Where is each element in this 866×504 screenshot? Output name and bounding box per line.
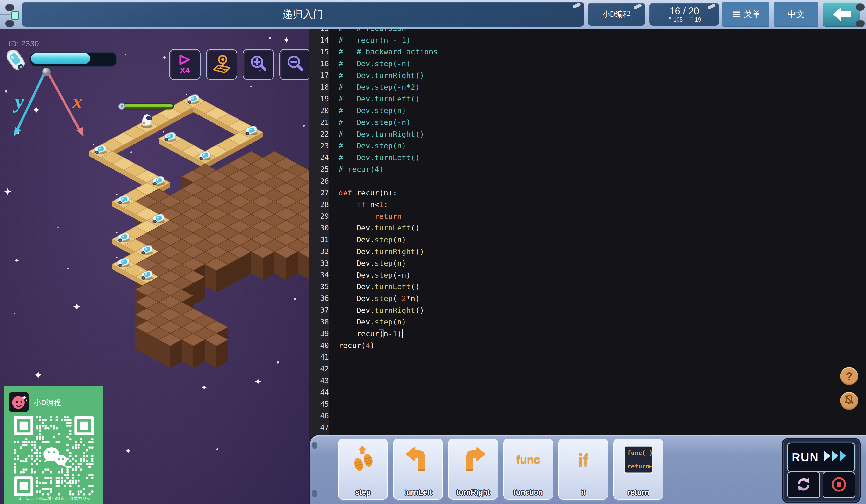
code-line-45: 45 (309, 398, 866, 410)
zoom-in-icon (248, 53, 269, 76)
block-label: return (613, 488, 663, 497)
line-number: 24 (309, 153, 333, 161)
reset-loop-button[interactable] (787, 472, 820, 498)
led-wire (0, 14, 11, 15)
line-number: 39 (309, 329, 333, 338)
line-number: 18 (309, 83, 333, 91)
code-line-36: 36 Dev.step(-2*n) (309, 293, 866, 304)
block-card-return[interactable]: func( )returnreturn (613, 439, 663, 500)
flag-icon (668, 16, 673, 23)
code-line-14: 14# recur(n - 1) (309, 34, 866, 46)
code-line-18: 18# Dev.step(-n*2) (309, 81, 866, 93)
code-line-29: 29 return (309, 211, 866, 222)
map-icon (211, 53, 232, 76)
help-icon: ? (846, 370, 853, 383)
frame-stud (5, 20, 14, 27)
run-button[interactable]: RUN (787, 443, 855, 472)
return-block-icon: func( )return (623, 444, 654, 477)
line-number: 28 (309, 200, 333, 209)
loop-icon (794, 475, 813, 495)
zoom-out-button[interactable] (279, 49, 309, 80)
code-line-15: 15# # backward actions (309, 46, 866, 58)
tile-map (89, 94, 309, 368)
code-line-39: 39 recur(n-1) (309, 328, 866, 339)
turn-right-icon (457, 444, 489, 477)
wechat-qr-panel: 小D编程 扫一扫上面的二维码图案，加我为朋友 (4, 386, 103, 504)
code-editor[interactable]: 13# # recursion14# recur(n - 1)15# # bac… (309, 29, 866, 504)
code-line-44: 44 (309, 387, 866, 398)
progress-count: 16 / 20 (669, 5, 699, 16)
line-number: 34 (309, 271, 333, 279)
robot-character (141, 114, 153, 128)
code-line-16: 16# Dev.step(-n) (309, 58, 866, 70)
code-line-47: 47 (309, 422, 866, 434)
app-name-button[interactable]: 小D编程 (588, 3, 645, 26)
line-number: 30 (309, 224, 333, 232)
axis-y-label: y (13, 90, 24, 113)
code-line-43: 43 (309, 375, 866, 387)
battery-gauge-icon (2, 45, 29, 75)
map-button[interactable] (206, 49, 237, 80)
zoom-in-button[interactable] (243, 49, 274, 80)
frame-stud (5, 4, 14, 11)
line-number: 32 (309, 247, 333, 256)
stop-button[interactable] (822, 472, 855, 498)
lines-stat: 19 (695, 16, 701, 23)
glint (707, 3, 716, 10)
language-button[interactable]: 中文 (774, 2, 818, 26)
code-line-34: 34 Dev.step(-n) (309, 269, 866, 281)
progress-button[interactable]: 16 / 20 105 19 (650, 3, 719, 26)
block-label: if (558, 488, 608, 497)
block-card-turnRight[interactable]: turnRight (448, 439, 498, 500)
code-line-22: 22# Dev.turnRight() (309, 128, 866, 140)
qr-code (14, 416, 94, 496)
menu-button[interactable]: 菜单 (722, 2, 769, 26)
menu-label: 菜单 (744, 9, 761, 20)
glint (633, 3, 642, 10)
code-line-40: 40recur(4) (309, 339, 866, 351)
line-number: 19 (309, 94, 333, 103)
qr-caption: 扫一扫上面的二维码图案，加我为朋友 (4, 495, 103, 501)
language-label: 中文 (787, 9, 805, 20)
line-number: 22 (309, 130, 333, 138)
code-line-21: 21# Dev.step(-n) (309, 116, 866, 128)
help-button[interactable]: ? (840, 367, 858, 385)
glint (573, 2, 581, 9)
qr-avatar (9, 392, 29, 412)
svg-text:X4: X4 (180, 66, 190, 75)
line-number: 33 (309, 259, 333, 268)
line-number: 47 (309, 423, 333, 432)
code-line-17: 17# Dev.turnRight() (309, 69, 866, 81)
code-line-24: 24# Dev.turnLeft() (309, 152, 866, 164)
battery-item (186, 94, 200, 104)
block-label: function (503, 488, 553, 497)
line-number: 13 (309, 29, 333, 33)
mute-button[interactable] (840, 392, 858, 410)
code-line-20: 20# Dev.step(n) (309, 105, 866, 116)
line-number: 16 (309, 59, 333, 68)
game-view-controls: X4 (169, 49, 309, 80)
code-line-26: 26 (309, 175, 866, 187)
code-line-35: 35 Dev.turnLeft() (309, 281, 866, 293)
code-line-23: 23# Dev.step(n) (309, 140, 866, 152)
top-bar: 递归入门 小D编程 16 / 20 105 19 菜单 中文 (0, 0, 866, 29)
zoom-out-icon (285, 53, 306, 76)
code-line-13: 13# # recursion (309, 29, 866, 34)
code-line-38: 38 Dev.step(n) (309, 316, 866, 328)
block-card-function[interactable]: funcfuncfunction (503, 439, 553, 500)
svg-text:func: func (517, 453, 540, 466)
text-caret (402, 329, 403, 338)
code-line-19: 19# Dev.turnLeft() (309, 93, 866, 105)
app-root: yx ID: 2330 X4 小D编程 扫一扫上面的二维码图案，加我为朋友 13… (0, 0, 866, 504)
level-title-text: 递归入门 (283, 8, 323, 21)
block-card-if[interactable]: ififif (558, 439, 608, 500)
block-cards: stepturnLeftturnRightfuncfuncfunctionifi… (338, 439, 663, 500)
func-text-icon: funcfunc (512, 444, 544, 477)
energy-bar-fill (31, 53, 90, 64)
back-button[interactable] (823, 2, 860, 26)
block-card-turnLeft[interactable]: turnLeft (393, 439, 443, 500)
block-card-step[interactable]: step (338, 439, 388, 500)
block-label: turnLeft (393, 488, 443, 497)
speed-x4-button[interactable]: X4 (169, 49, 201, 80)
robot-hp-bar (119, 103, 174, 110)
